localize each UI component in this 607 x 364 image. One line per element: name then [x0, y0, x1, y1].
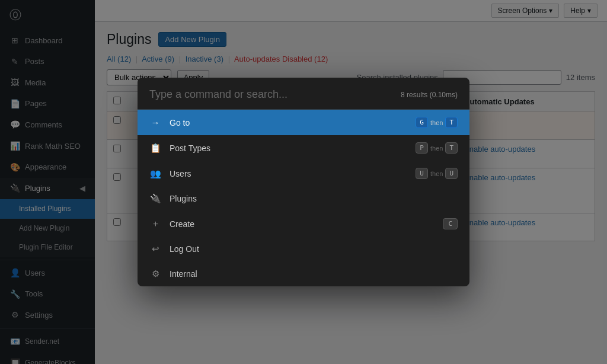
- cp-shortcut: U then U: [416, 168, 458, 179]
- cp-item-create[interactable]: ＋ Create C: [138, 211, 469, 237]
- cp-item-label: Post Types: [170, 143, 407, 153]
- cp-shortcut: G then T: [416, 117, 458, 128]
- internal-icon: ⚙: [149, 269, 161, 279]
- shortcut-key-t: T: [445, 117, 458, 128]
- cp-list: → Go to G then T 📋 Post Types P then T: [138, 110, 469, 286]
- shortcut-key-u2: U: [445, 168, 458, 179]
- cp-item-plugins[interactable]: 🔌 Plugins: [138, 186, 469, 211]
- shortcut-then: then: [430, 145, 443, 152]
- create-icon: ＋: [149, 218, 161, 229]
- shortcut-then: then: [430, 170, 443, 177]
- shortcut-key-t2: T: [445, 142, 458, 154]
- plugins-cp-icon: 🔌: [149, 193, 161, 204]
- cp-item-label: Go to: [170, 118, 407, 127]
- cp-item-internal[interactable]: ⚙ Internal: [138, 261, 469, 286]
- command-palette: 8 results (0.10ms) → Go to G then T 📋 Po…: [138, 78, 469, 286]
- cp-item-post-types[interactable]: 📋 Post Types P then T: [138, 135, 469, 161]
- shortcut-then: then: [430, 119, 443, 126]
- cp-item-users[interactable]: 👥 Users U then U: [138, 161, 469, 186]
- shortcut-key-g: G: [416, 117, 428, 128]
- cp-results-count: 8 results (0.10ms): [401, 91, 458, 99]
- logout-icon: ↩: [149, 244, 161, 254]
- shortcut-key-u: U: [416, 168, 428, 179]
- cp-search-input[interactable]: [149, 86, 396, 103]
- cp-item-label: Internal: [170, 269, 458, 279]
- shortcut-key-c: C: [443, 218, 458, 229]
- shortcut-key-p: P: [416, 142, 428, 154]
- cp-item-logout[interactable]: ↩ Log Out: [138, 237, 469, 261]
- post-types-icon: 📋: [149, 143, 161, 154]
- command-palette-overlay[interactable]: 8 results (0.10ms) → Go to G then T 📋 Po…: [0, 0, 607, 364]
- users-cp-icon: 👥: [149, 168, 161, 179]
- cp-item-label: Create: [170, 219, 435, 229]
- cp-item-goto[interactable]: → Go to G then T: [138, 110, 469, 135]
- cp-header: 8 results (0.10ms): [138, 78, 469, 103]
- cp-item-label: Plugins: [170, 194, 458, 203]
- cp-shortcut: P then T: [416, 142, 458, 154]
- cp-item-label: Log Out: [170, 244, 458, 254]
- goto-icon: →: [149, 117, 161, 127]
- cp-item-label: Users: [170, 169, 407, 178]
